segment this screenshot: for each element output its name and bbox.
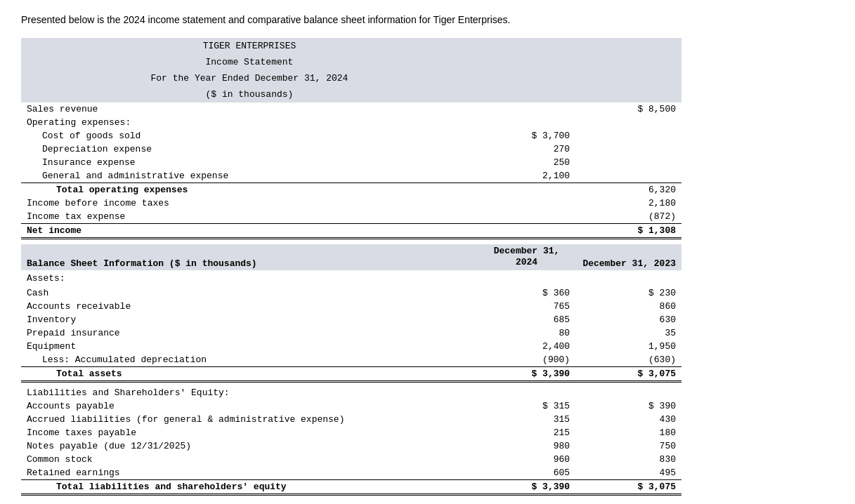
sales-revenue-label: Sales revenue (21, 102, 478, 116)
equipment-2024: 2,400 (478, 340, 575, 353)
insurance-label: Insurance expense (21, 156, 478, 169)
inventory-2023: 630 (575, 313, 681, 326)
liabilities-label: Liabilities and Shareholders' Equity: (21, 386, 478, 399)
ar-2024: 765 (478, 300, 575, 313)
company-name: TIGER ENTERPRISES (21, 38, 478, 54)
col1-header-empty (478, 38, 575, 54)
net-income-amount: $ 1,308 (575, 224, 681, 239)
ar-2023: 860 (575, 300, 681, 313)
accrued-liab-2023: 430 (575, 413, 681, 426)
prepaid-insurance-label: Prepaid insurance (21, 326, 478, 340)
accrued-liab-2024: 315 (478, 413, 575, 426)
sales-revenue-amount2: $ 8,500 (575, 102, 681, 116)
equipment-label: Equipment (21, 340, 478, 353)
total-liabilities-label: Total liabilities and shareholders' equi… (21, 479, 478, 494)
total-liabilities-2024: $ 3,390 (478, 479, 575, 494)
statement-period: For the Year Ended December 31, 2024 (21, 70, 478, 86)
retained-earnings-2024: 605 (478, 466, 575, 480)
gen-admin-label: General and administrative expense (21, 169, 478, 183)
equipment-2023: 1,950 (575, 340, 681, 353)
total-assets-2023: $ 3,075 (575, 367, 681, 382)
col2-header-empty (575, 38, 681, 54)
inventory-label: Inventory (21, 313, 478, 326)
ap-label: Accounts payable (21, 399, 478, 413)
total-assets-label: Total assets (21, 367, 478, 382)
operating-expenses-label: Operating expenses: (21, 116, 478, 129)
common-stock-2023: 830 (575, 453, 681, 466)
income-tax-label: Income tax expense (21, 210, 478, 224)
income-tax-amount: (872) (575, 210, 681, 224)
assets-label: Assets: (21, 270, 478, 286)
income-taxes-payable-2023: 180 (575, 426, 681, 439)
accum-dep-2024: (900) (478, 353, 575, 367)
sales-revenue-amount1 (478, 102, 575, 116)
ap-2024: $ 315 (478, 399, 575, 413)
insurance-amount: 250 (478, 156, 575, 169)
prepaid-2023: 35 (575, 326, 681, 340)
balance-sheet-header: Balance Sheet Information ($ in thousand… (21, 244, 478, 271)
income-taxes-payable-2024: 215 (478, 426, 575, 439)
common-stock-label: Common stock (21, 453, 478, 466)
cogs-label: Cost of goods sold (21, 129, 478, 142)
common-stock-2024: 960 (478, 453, 575, 466)
total-assets-2024: $ 3,390 (478, 367, 575, 382)
cash-2023: $ 230 (575, 286, 681, 300)
cash-label: Cash (21, 286, 478, 300)
accum-dep-2023: (630) (575, 353, 681, 367)
total-liabilities-2023: $ 3,075 (575, 479, 681, 494)
income-taxes-payable-label: Income taxes payable (21, 426, 478, 439)
notes-payable-2024: 980 (478, 439, 575, 453)
income-before-tax-label: Income before income taxes (21, 197, 478, 210)
accrued-liab-label: Accrued liabilities (for general & admin… (21, 413, 478, 426)
depreciation-amount: 270 (478, 142, 575, 156)
ar-label: Accounts receivable (21, 300, 478, 313)
inventory-2024: 685 (478, 313, 575, 326)
total-operating-amount: 6,320 (575, 183, 681, 197)
net-income-label: Net income (21, 224, 478, 239)
prepaid-2024: 80 (478, 326, 575, 340)
gen-admin-amount: 2,100 (478, 169, 575, 183)
statement-unit: ($ in thousands) (21, 86, 478, 102)
bs-col2-header: December 31, 2023 (575, 244, 681, 271)
intro-text: Presented below is the 2024 income state… (21, 14, 834, 25)
statement-title: Income Statement (21, 54, 478, 70)
total-operating-label: Total operating expenses (21, 183, 478, 197)
cogs-amount: $ 3,700 (478, 129, 575, 142)
retained-earnings-label: Retained earnings (21, 466, 478, 480)
income-before-tax-amount: 2,180 (575, 197, 681, 210)
depreciation-label: Depreciation expense (21, 142, 478, 156)
notes-payable-2023: 750 (575, 439, 681, 453)
notes-payable-label: Notes payable (due 12/31/2025) (21, 439, 478, 453)
cash-2024: $ 360 (478, 286, 575, 300)
ap-2023: $ 390 (575, 399, 681, 413)
accum-dep-label: Less: Accumulated depreciation (21, 353, 478, 367)
bs-col1-header: December 31,2024 (478, 244, 575, 271)
retained-earnings-2023: 495 (575, 466, 681, 480)
